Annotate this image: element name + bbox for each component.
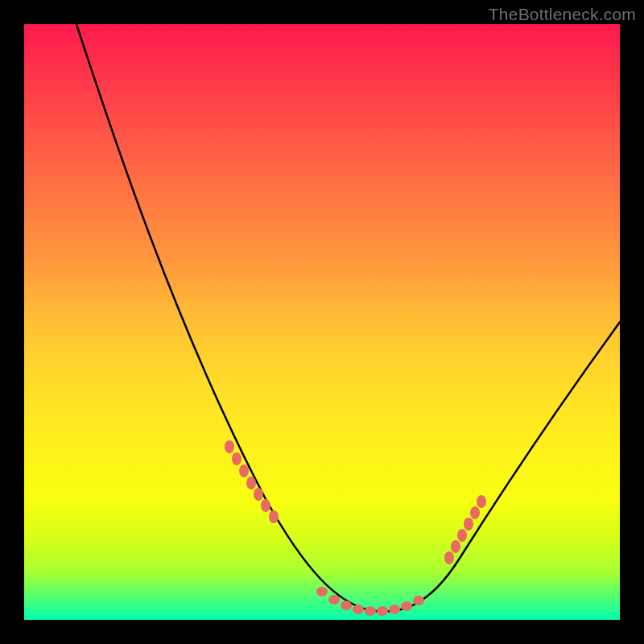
chart-background-gradient — [24, 24, 620, 620]
watermark-text: TheBottleneck.com — [489, 5, 636, 24]
outer-frame: TheBottleneck.com — [0, 0, 644, 644]
